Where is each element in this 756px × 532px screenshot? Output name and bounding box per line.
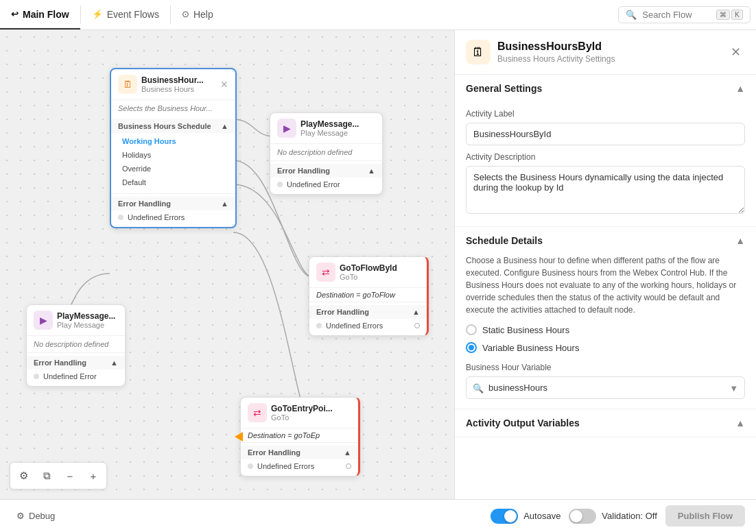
error-item: Undefined Error [27,370,125,383]
node-title-group: BusinessHour... Business Hours [141,75,204,93]
autosave-toggle-group: Autosave [491,509,560,524]
validation-toggle[interactable] [569,509,596,524]
validation-toggle-group: Validation: Off [569,509,657,524]
bh-variable-select[interactable]: businessHours [466,376,745,399]
schedule-item-default[interactable]: Default [111,176,235,189]
error-item-gep: Undefined Errors [241,459,358,473]
error-section: Error Handling ▲ Undefined Error [27,352,125,386]
node-title-group-pm: PlayMessage... Play Message [300,119,359,137]
schedule-header[interactable]: Business Hours Schedule ▲ [111,119,235,133]
search-input[interactable] [642,10,711,20]
tab-event-flows[interactable]: ⚡ Event Flows [81,0,170,29]
zoom-in-icon: + [91,470,97,482]
error-dot [34,374,39,379]
node-title-group-gf: GoToFlowById GoTo [340,263,397,281]
error-item-label-gf: Undefined Errors [326,322,383,330]
node-title: BusinessHour... [141,75,204,85]
close-icon[interactable]: ✕ [220,79,228,90]
node-icon-pink-gf: ⇄ [316,263,335,282]
goto-flow-by-id-node[interactable]: ⇄ GoToFlowById GoTo Destination = goToFl… [309,256,429,336]
error-header-bh[interactable]: Error Handling ▲ [111,197,235,210]
schedule-item-override[interactable]: Override [111,162,235,176]
node-title-pm: PlayMessage... [300,119,359,129]
schedule-description: Choose a Business hour to define when di… [466,254,745,316]
error-label-gf: Error Handling [316,308,369,316]
panel-close-button[interactable]: ✕ [726,43,745,62]
main-flow-label: Main Flow [23,9,69,20]
tab-help[interactable]: ⊙ Help [171,0,224,29]
panel-title: BusinessHoursById [497,40,719,53]
panel-subtitle: Business Hours Activity Settings [497,54,719,64]
play-message-left-node[interactable]: ▶ PlayMessage... Play Message No descrip… [26,304,126,387]
node-icon-orange: 🗓 [118,75,137,94]
general-settings-section: General Settings ▲ Activity Label Activi… [455,75,756,227]
node-subtitle: Play Message [57,321,115,329]
autosave-label: Autosave [523,511,560,521]
flow-canvas[interactable]: ▶ PlayMessage... Play Message No descrip… [0,30,454,499]
main-flow-icon: ↩ [11,9,19,19]
panel-icon: 🗓 [466,40,491,64]
canvas-toolbar: ⚙ ⧉ − + [10,462,107,489]
nav-spacer [224,0,613,29]
radio-static[interactable]: Static Business Hours [466,324,745,335]
kbd-cmd: ⌘ [716,10,730,20]
zoom-out-button[interactable]: − [60,466,80,486]
activity-desc-textarea[interactable]: Selects the Business Hours dynamically u… [466,166,745,214]
warning-triangle-icon [235,432,243,442]
goto-entry-point-node[interactable]: ⇄ GoToEntryPoi... GoTo Destination = goT… [240,397,360,476]
bottom-bar: ⚙ Debug Autosave Validation: Off Publish… [0,499,756,532]
chevron-up-schedule-section-icon: ▲ [735,235,745,246]
select-chevron-down-icon: ▼ [729,383,738,393]
radio-variable[interactable]: Variable Business Hours [466,342,745,353]
error-label-pm: Error Handling [277,167,330,175]
radio-group: Static Business Hours Variable Business … [466,324,745,353]
error-section-gf: Error Handling ▲ Undefined Errors [309,302,427,335]
schedule-details-content: Choose a Business hour to define when di… [455,254,756,409]
search-bar[interactable]: 🔍 ⌘ K [618,6,751,23]
dest-value-gep: Destination = goToEp [248,431,320,439]
autosave-toggle[interactable] [491,509,518,524]
error-header-gep[interactable]: Error Handling ▲ [241,446,358,459]
general-settings-header[interactable]: General Settings ▲ [455,75,756,102]
node-header-pm: ▶ PlayMessage... Play Message [270,113,382,144]
error-header-gf[interactable]: Error Handling ▲ [309,305,427,319]
node-title: PlayMessage... [57,311,115,321]
activity-label-input[interactable] [466,123,745,145]
error-header[interactable]: Error Handling ▲ [27,356,125,370]
schedule-item-holidays[interactable]: Holidays [111,148,235,162]
debug-icon: ⚙ [16,511,25,521]
node-title-group-gep: GoToEntryPoi... GoTo [271,404,333,422]
zoom-out-icon: − [67,470,73,482]
activity-output-section: Activity Output Variables ▲ [455,409,756,437]
panel-header: 🗓 BusinessHoursById Business Hours Activ… [455,30,756,75]
panel-title-group: BusinessHoursById Business Hours Activit… [497,40,719,64]
help-icon: ⊙ [182,9,189,19]
business-hours-node[interactable]: 🗓 BusinessHour... Business Hours ✕ Selec… [110,68,237,228]
zoom-in-button[interactable]: + [83,466,104,486]
play-message-top-node[interactable]: ▶ PlayMessage... Play Message No descrip… [270,112,383,195]
node-title-gf: GoToFlowById [340,263,397,273]
error-header-pm[interactable]: Error Handling ▲ [270,164,382,178]
copy-button[interactable]: ⧉ [36,466,57,486]
schedule-details-header[interactable]: Schedule Details ▲ [455,227,756,254]
node-title-gep: GoToEntryPoi... [271,404,333,413]
chevron-up-output-icon: ▲ [735,418,745,428]
publish-flow-button[interactable]: Publish Flow [665,505,745,527]
error-item-bh: Undefined Errors [111,210,235,224]
schedule-items: Working Hours Holidays Override Default [111,133,235,191]
node-header-gep: ⇄ GoToEntryPoi... GoTo [241,398,358,428]
chevron-up-schedule-icon: ▲ [221,122,228,130]
activity-output-header[interactable]: Activity Output Variables ▲ [455,409,756,437]
tab-main-flow[interactable]: ↩ Main Flow [0,0,80,29]
chevron-up-icon: ▲ [110,359,118,367]
bh-variable-select-wrapper: 🔍 businessHours ▼ [466,376,745,399]
radio-static-label: Static Business Hours [482,325,569,335]
schedule-item-working-hours[interactable]: Working Hours [111,134,235,148]
debug-button[interactable]: ⚙ Debug [11,508,60,524]
node-icon-purple: ▶ [34,311,53,330]
top-navigation: ↩ Main Flow ⚡ Event Flows ⊙ Help 🔍 ⌘ K [0,0,756,30]
settings-button[interactable]: ⚙ [13,466,34,486]
node-desc-pm: No description defined [270,144,382,160]
chevron-up-gf-icon: ▲ [412,308,420,316]
section-title-schedule: Schedule Details [466,235,543,246]
